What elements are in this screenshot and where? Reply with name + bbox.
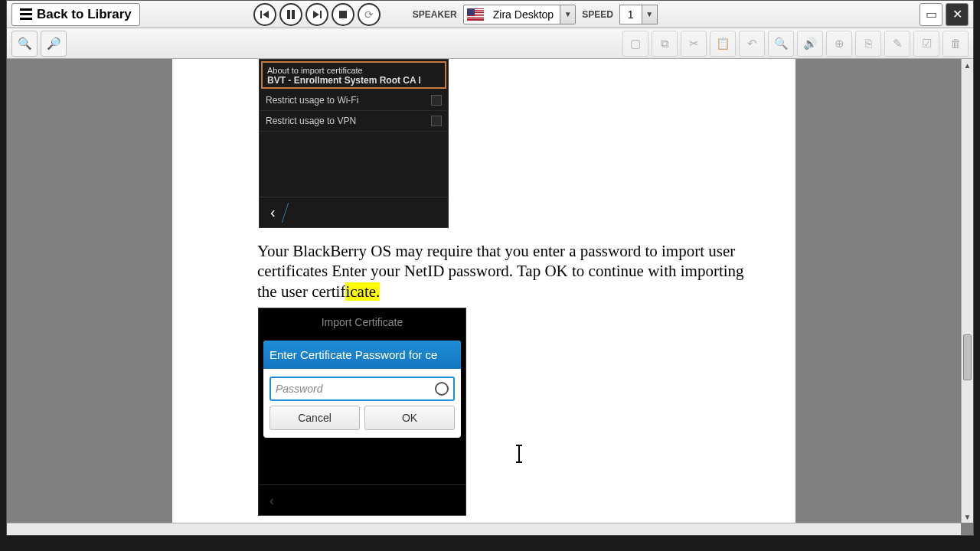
- speed-label: SPEED: [582, 9, 613, 20]
- checkbox-icon: [431, 95, 442, 106]
- back-label: Back to Library: [37, 7, 132, 22]
- volume-icon[interactable]: 🔊: [797, 31, 823, 57]
- chevron-left-icon: ‹: [270, 493, 466, 509]
- copy-icon[interactable]: ⧉: [652, 31, 678, 57]
- restrict-wifi-row: Restrict usage to Wi-Fi: [260, 90, 448, 111]
- search-button[interactable]: 🔎: [41, 31, 67, 57]
- restrict-vpn-row: Restrict usage to VPN: [260, 111, 448, 132]
- text-cursor-icon: [518, 446, 520, 461]
- next-track-button[interactable]: [305, 3, 328, 26]
- tools-button[interactable]: ✕: [946, 3, 969, 26]
- svg-rect-2: [287, 10, 290, 19]
- screenshot-password-dialog: Import Certificate Enter Certificate Pas…: [258, 308, 466, 516]
- highlighted-text: icate.: [345, 282, 380, 301]
- ok-button: OK: [364, 406, 455, 430]
- screenshot-import-cert: About to import certificate BVT - Enroll…: [259, 59, 449, 228]
- svg-rect-3: [292, 10, 295, 19]
- svg-rect-0: [260, 11, 262, 18]
- paste-icon[interactable]: 📋: [710, 31, 736, 57]
- pause-button[interactable]: [279, 3, 302, 26]
- cert-header-line2: BVT - Enrollment System Root CA I: [267, 75, 440, 86]
- eye-icon: [435, 382, 449, 396]
- cancel-button: Cancel: [270, 406, 360, 430]
- shot1-footer: ‹: [260, 197, 448, 227]
- save-icon[interactable]: ▢: [622, 31, 648, 57]
- checkbox-icon: [431, 116, 442, 126]
- svg-rect-6: [339, 11, 347, 18]
- scrollbar-thumb[interactable]: [963, 334, 972, 380]
- top-toolbar: Back to Library ⟳ SPEAKER Zira Desktop ▼…: [7, 1, 973, 28]
- find-icon[interactable]: 🔍: [768, 31, 794, 57]
- document-page: About to import certificate BVT - Enroll…: [172, 59, 795, 523]
- zoom-search-button[interactable]: 🔍: [11, 31, 38, 57]
- speaker-label: SPEAKER: [413, 9, 457, 20]
- speaker-value: Zira Desktop: [487, 8, 560, 21]
- speed-select[interactable]: 1 ▼: [619, 5, 658, 24]
- instruction-paragraph: Your BlackBerry OS may require that you …: [257, 241, 747, 302]
- back-to-library-button[interactable]: Back to Library: [11, 3, 140, 26]
- cut-icon[interactable]: ✂: [681, 31, 707, 57]
- add-icon[interactable]: ⊕: [826, 31, 852, 57]
- vertical-scrollbar[interactable]: ▲ ▼: [961, 59, 973, 523]
- svg-marker-4: [313, 11, 319, 18]
- edit-icon[interactable]: ✎: [884, 31, 910, 57]
- shot2-title: Import Certificate: [259, 308, 466, 336]
- chevron-down-icon: ▼: [642, 5, 657, 24]
- chevron-down-icon: ▼: [560, 5, 575, 24]
- cert-header-line1: About to import certificate: [267, 66, 440, 75]
- password-placeholder: Password: [276, 383, 322, 395]
- trash-icon[interactable]: 🗑: [942, 31, 969, 57]
- scroll-up-icon[interactable]: ▲: [962, 59, 973, 71]
- app-frame: Back to Library ⟳ SPEAKER Zira Desktop ▼…: [6, 0, 974, 536]
- library-button[interactable]: ▭: [920, 3, 942, 26]
- speaker-select[interactable]: Zira Desktop ▼: [463, 5, 576, 24]
- restrict-wifi-label: Restrict usage to Wi-Fi: [266, 95, 358, 106]
- paragraph-text: Your BlackBerry OS may require that you …: [257, 242, 744, 301]
- password-input: Password: [270, 377, 455, 401]
- shot2-footer: ‹: [259, 484, 466, 515]
- svg-rect-5: [320, 11, 322, 18]
- stop-button[interactable]: [332, 3, 354, 26]
- restrict-vpn-label: Restrict usage to VPN: [266, 116, 356, 126]
- password-dialog: Enter Certificate Password for ce Passwo…: [263, 341, 461, 438]
- cert-header: About to import certificate BVT - Enroll…: [261, 61, 446, 89]
- scroll-down-icon[interactable]: ▼: [962, 510, 973, 523]
- us-flag-icon: [467, 8, 484, 21]
- edit-toolbar: 🔍 🔎 ▢ ⧉ ✂ 📋 ↶ 🔍 🔊 ⊕ ⎘ ✎ ☑ 🗑: [7, 28, 973, 59]
- document-viewport[interactable]: About to import certificate BVT - Enroll…: [7, 59, 961, 523]
- menu-icon: [20, 8, 32, 20]
- chevron-left-icon: ‹: [270, 204, 276, 221]
- horizontal-scrollbar[interactable]: [7, 523, 961, 535]
- loop-button[interactable]: ⟳: [358, 3, 381, 26]
- speed-value: 1: [620, 8, 642, 21]
- divider-icon: [281, 203, 288, 223]
- svg-marker-1: [263, 11, 269, 18]
- prev-track-button[interactable]: [253, 3, 276, 26]
- check-icon[interactable]: ☑: [913, 31, 939, 57]
- undo-icon[interactable]: ↶: [739, 31, 765, 57]
- dialog-header: Enter Certificate Password for ce: [263, 341, 461, 369]
- bookmark-icon[interactable]: ⎘: [855, 31, 881, 57]
